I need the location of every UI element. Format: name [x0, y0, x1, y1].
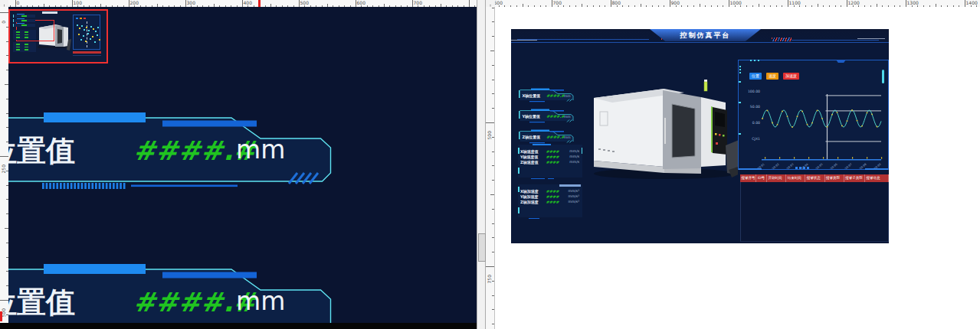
ruler-red-marker: [0, 311, 2, 321]
axis-speed-panel[interactable]: X轴速度值 #### mm/sY轴速度值 #### mm/sZ轴速度值 ####…: [518, 145, 582, 178]
ruler-label: 750: [487, 275, 492, 283]
svg-text:10:20:06: 10:20:06: [827, 162, 838, 169]
position-value-widget[interactable]: 位置值 ####.# mm: [8, 264, 331, 323]
row-value: ####: [545, 200, 560, 204]
alarm-column-header: 报警信息: [865, 174, 889, 182]
axis-accel-panel[interactable]: X轴加速度 #### mm/s²Y轴加速度 #### mm/s²Z轴加速度 ##…: [518, 184, 582, 217]
ruler-tick: [490, 50, 494, 51]
chart-bottom-dot: [799, 167, 801, 169]
row-value: ####: [545, 189, 560, 194]
widget-value: ####.#: [546, 135, 565, 139]
design-canvas-left[interactable]: 位置值 ####.# mm 位置值 ####.# mm: [8, 7, 477, 323]
row-unit: mm/s²: [560, 200, 581, 204]
chart-deco-tick: [739, 133, 741, 135]
alarm-column-header: ID号: [756, 174, 767, 182]
row-label: Y轴加速度: [520, 194, 545, 199]
ruler-tick: [0, 12, 8, 13]
speed-rows: X轴速度值 #### mm/sY轴速度值 #### mm/sZ轴速度值 ####…: [520, 148, 581, 165]
legend-button[interactable]: 速度: [766, 73, 778, 80]
axis-position-widgets[interactable]: X轴位置值 ####.# mm Y轴位置值 ####.# mm Z轴位置值: [519, 86, 580, 147]
widget-label: Z轴位置值: [523, 135, 541, 140]
accel-rows: X轴加速度 #### mm/s²Y轴加速度 #### mm/s²Z轴加速度 ##…: [520, 188, 581, 205]
panel-underline: [529, 218, 539, 220]
chart-deco-tick: [739, 102, 741, 103]
row-label: X轴加速度: [520, 189, 545, 194]
chart-corner-seg: [865, 168, 888, 170]
ruler-tick: [492, 108, 494, 109]
chart-deco-dot: [739, 69, 741, 70]
design-canvas-right[interactable]: 控制仿真平台 X轴位置值 ####.# mm: [495, 7, 980, 329]
ruler-tick: [490, 194, 494, 195]
alarm-column-header: 报警类型: [825, 174, 844, 182]
position-value-widgets-zoomed[interactable]: 位置值 ####.# mm 位置值 ####.# mm: [8, 7, 477, 323]
row-label: Z轴速度值: [520, 160, 545, 164]
widget-unit: mm: [236, 286, 285, 316]
chart-deco-tick: [739, 81, 741, 83]
axis-position-widget[interactable]: X轴位置值 ####.# mm: [519, 86, 575, 103]
svg-text:10:20:07: 10:20:07: [841, 163, 853, 169]
chart-deco-dot: [739, 72, 741, 73]
row-unit: mm/s²: [560, 189, 581, 193]
chart-legend[interactable]: 位置速度加速度: [749, 66, 804, 80]
ruler-tick: [492, 165, 494, 166]
row-label: Z轴加速度: [520, 200, 545, 204]
data-row: Y轴加速度 #### mm/s²: [520, 194, 581, 199]
panel-underline: [548, 178, 554, 180]
alarm-column-header: 结束时间: [786, 174, 805, 182]
alarm-column-header: 报警状态: [805, 174, 824, 182]
data-row: Z轴速度值 #### mm/s: [520, 159, 581, 164]
row-value: ####: [545, 155, 560, 159]
ruler-tick: [492, 281, 494, 282]
data-row: X轴速度值 #### mm/s: [520, 148, 581, 154]
row-unit: mm/s²: [560, 194, 581, 198]
svg-text:10:20:05: 10:20:05: [812, 163, 824, 169]
legend-button[interactable]: 位置: [749, 73, 762, 80]
chart-deco-dot: [750, 60, 752, 61]
chart-deco-dot: [754, 60, 755, 61]
widget-label: X轴位置值: [523, 93, 541, 99]
alarm-table[interactable]: 报警序号ID号开始时间结束时间报警状态报警类型报警子类型报警信息: [740, 174, 889, 243]
dashboard-title: 控制仿真平台: [680, 31, 731, 41]
panel-top-bar: [533, 144, 551, 145]
chart-deco-dot: [739, 66, 741, 67]
row-unit: mm/s: [560, 155, 581, 158]
ruler-tick: [492, 36, 494, 37]
data-row: Z轴加速度 #### mm/s²: [520, 199, 581, 204]
title-deco-white-left: [511, 40, 537, 41]
alarm-column-header: 开始时间: [767, 174, 786, 182]
scrollbar-thumb[interactable]: [478, 233, 486, 262]
svg-text:0.00: 0.00: [752, 121, 760, 125]
dashboard-title-plate: 控制仿真平台: [650, 29, 761, 41]
ruler-tick: [492, 93, 494, 94]
ruler-tick: [492, 21, 494, 22]
position-value-widget[interactable]: 位置值 ####.# mm: [8, 112, 331, 189]
chart-bottom-dot: [803, 167, 805, 169]
svg-text:10:20:03: 10:20:03: [783, 163, 795, 169]
title-hatch-right: [772, 37, 792, 41]
widget-label: Y轴位置值: [522, 114, 541, 119]
cnc-machine-image[interactable]: [588, 72, 738, 181]
waveform-chart-panel[interactable]: 位置速度加速度 100.0050.000.00CJX110:20:0110:20…: [738, 60, 889, 170]
svg-text:50.00: 50.00: [750, 105, 760, 109]
ruler-label: 250: [1, 164, 6, 173]
widget-label: 位置值: [8, 134, 75, 168]
ruler-tick: [492, 151, 494, 152]
axis-position-widget[interactable]: Y轴位置值 ####.# mm: [519, 106, 575, 123]
data-row: X轴加速度 #### mm/s²: [520, 188, 581, 194]
ruler-tick: [492, 137, 494, 138]
legend-button[interactable]: 加速度: [783, 73, 799, 80]
widget-value: ####.#: [546, 93, 565, 98]
row-label: Y轴速度值: [520, 155, 545, 159]
row-label: X轴速度值: [520, 149, 545, 154]
dashboard-design[interactable]: 控制仿真平台 X轴位置值 ####.# mm: [511, 29, 889, 243]
ruler-tick: [0, 300, 8, 301]
chart-side-capsule: [882, 70, 884, 83]
ruler-tick: [492, 180, 494, 181]
axis-position-widget[interactable]: Z轴位置值 ####.# mm: [519, 127, 575, 144]
ruler-tick: [492, 237, 494, 238]
ruler-tick: [492, 252, 494, 252]
vertical-scrollbar[interactable]: [477, 0, 486, 329]
svg-text:10:20:02: 10:20:02: [769, 163, 780, 169]
row-value: ####: [545, 149, 560, 154]
ruler-tick: [492, 324, 494, 324]
